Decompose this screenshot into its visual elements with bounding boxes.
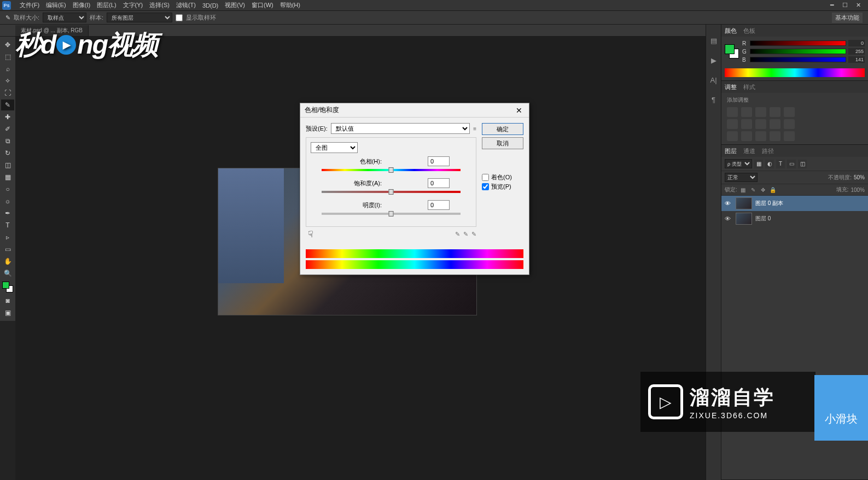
opacity-value[interactable]: 50% — [854, 174, 865, 180]
menu-file[interactable]: 文件(F) — [16, 0, 43, 10]
menu-help[interactable]: 帮助(H) — [277, 0, 304, 10]
eyedropper-tool[interactable]: ✎ — [1, 99, 14, 110]
workspace-switcher[interactable]: 基本功能 — [832, 13, 863, 23]
hue-input[interactable] — [428, 156, 450, 166]
menu-layer[interactable]: 图层(L) — [94, 0, 119, 10]
lightness-slider[interactable] — [322, 211, 461, 216]
hand-tool[interactable]: ✋ — [1, 256, 14, 267]
tab-color[interactable]: 颜色 — [725, 27, 737, 35]
r-slider[interactable] — [750, 40, 846, 46]
saturation-input[interactable] — [428, 178, 450, 188]
panel-color-swatches[interactable] — [725, 44, 739, 58]
exposure-icon[interactable] — [770, 107, 780, 117]
threshold-icon[interactable] — [755, 131, 766, 141]
character-panel-icon[interactable]: A| — [709, 75, 719, 85]
preview-checkbox-label[interactable]: 预览(P) — [482, 183, 523, 191]
path-select-tool[interactable]: ▹ — [1, 232, 14, 243]
curves-icon[interactable] — [755, 107, 766, 117]
vibrance-icon[interactable] — [784, 107, 795, 117]
sample-size-select[interactable]: 取样点 — [43, 13, 86, 22]
b-slider[interactable] — [750, 57, 846, 62]
layer-filter-kind[interactable]: ρ 类型 — [725, 159, 752, 168]
actions-panel-icon[interactable]: ▶ — [709, 55, 719, 65]
layer-name[interactable]: 图层 0 副本 — [755, 200, 783, 207]
tab-channels[interactable]: 通道 — [743, 147, 755, 155]
quickmask-icon[interactable]: ◙ — [1, 295, 14, 306]
minimize-button[interactable]: ━ — [828, 1, 836, 10]
preview-checkbox[interactable] — [482, 183, 489, 190]
g-value[interactable]: 255 — [848, 48, 865, 55]
eyedropper-minus-icon[interactable]: ✎ — [471, 231, 476, 238]
filter-adjust-icon[interactable]: ◐ — [765, 160, 774, 168]
color-swatches[interactable] — [2, 282, 13, 292]
menu-type[interactable]: 文字(Y) — [120, 0, 147, 10]
colorize-checkbox[interactable] — [482, 174, 489, 181]
fill-value[interactable]: 100% — [850, 187, 865, 193]
show-ring-checkbox[interactable] — [176, 14, 183, 21]
visibility-icon[interactable]: 👁 — [725, 215, 732, 222]
levels-icon[interactable] — [741, 107, 752, 117]
filter-shape-icon[interactable]: ▭ — [787, 160, 796, 168]
filter-smart-icon[interactable]: ◫ — [798, 160, 807, 168]
visibility-icon[interactable]: 👁 — [725, 200, 732, 207]
history-panel-icon[interactable]: ▤ — [709, 36, 719, 45]
layer-row[interactable]: 👁 图层 0 副本 — [721, 196, 868, 211]
range-select[interactable]: 全图 — [311, 142, 358, 153]
filter-pixel-icon[interactable]: ▦ — [754, 160, 763, 168]
saturation-slider[interactable] — [322, 189, 461, 195]
healing-brush-tool[interactable]: ✚ — [1, 112, 14, 122]
saturation-slider-thumb[interactable] — [389, 189, 394, 195]
gradient-tool[interactable]: ▦ — [1, 172, 14, 183]
ok-button[interactable]: 确定 — [482, 123, 523, 135]
lock-transparent-icon[interactable]: ▦ — [739, 186, 747, 194]
b-value[interactable]: 141 — [848, 56, 865, 63]
close-button[interactable]: ✕ — [854, 1, 863, 10]
preset-select[interactable]: 默认值 — [331, 123, 470, 134]
menu-image[interactable]: 图像(I) — [69, 0, 94, 10]
history-brush-tool[interactable]: ↻ — [1, 148, 14, 159]
layer-thumbnail[interactable] — [736, 197, 752, 209]
lasso-tool[interactable]: ⌕ — [1, 63, 14, 74]
color-balance-icon[interactable] — [741, 119, 752, 129]
pen-tool[interactable]: ✒ — [1, 208, 14, 219]
channel-mixer-icon[interactable] — [784, 119, 795, 129]
lightness-slider-thumb[interactable] — [389, 211, 394, 216]
eraser-tool[interactable]: ◫ — [1, 160, 14, 171]
selective-color-icon[interactable] — [784, 131, 795, 141]
sample-select[interactable]: 所有图层 — [107, 13, 172, 22]
maximize-button[interactable]: ☐ — [841, 1, 849, 10]
layer-thumbnail[interactable] — [736, 213, 752, 225]
hue-sat-icon[interactable] — [727, 119, 738, 129]
screenmode-icon[interactable]: ▣ — [1, 307, 14, 318]
menu-3d[interactable]: 3D(D) — [199, 1, 222, 10]
blur-tool[interactable]: ○ — [1, 184, 14, 195]
blend-mode-select[interactable]: 正常 — [725, 173, 758, 182]
move-tool[interactable]: ✥ — [1, 39, 14, 50]
menu-window[interactable]: 窗口(W) — [248, 0, 277, 10]
cancel-button[interactable]: 取消 — [482, 137, 523, 149]
preset-menu-icon[interactable]: ≡ — [473, 126, 476, 132]
lock-position-icon[interactable]: ✥ — [759, 186, 767, 194]
paragraph-panel-icon[interactable]: ¶ — [709, 95, 719, 104]
eyedropper-icon[interactable]: ✎ — [455, 231, 460, 238]
brightness-icon[interactable] — [727, 107, 738, 117]
menu-filter[interactable]: 滤镜(T) — [173, 0, 199, 10]
scrubber-icon[interactable]: ☟ — [308, 229, 313, 239]
foreground-color-swatch[interactable] — [2, 282, 9, 289]
tab-paths[interactable]: 路径 — [762, 147, 774, 155]
tab-adjustments[interactable]: 调整 — [725, 83, 737, 91]
eyedropper-plus-icon[interactable]: ✎ — [463, 231, 468, 238]
dialog-title-bar[interactable]: 色相/饱和度 ✕ — [300, 103, 529, 118]
posterize-icon[interactable] — [741, 131, 752, 141]
gradient-map-icon[interactable] — [770, 131, 780, 141]
filter-type-icon[interactable]: T — [776, 160, 785, 168]
magic-wand-tool[interactable]: ✧ — [1, 75, 14, 86]
zoom-tool[interactable]: 🔍 — [1, 268, 14, 279]
color-ramp[interactable] — [725, 68, 865, 77]
tab-swatches[interactable]: 色板 — [743, 27, 755, 35]
marquee-tool[interactable]: ⬚ — [1, 51, 14, 62]
r-value[interactable]: 0 — [848, 40, 865, 46]
menu-select[interactable]: 选择(S) — [146, 0, 173, 10]
lightness-input[interactable] — [428, 200, 450, 210]
layer-row[interactable]: 👁 图层 0 — [721, 211, 868, 226]
